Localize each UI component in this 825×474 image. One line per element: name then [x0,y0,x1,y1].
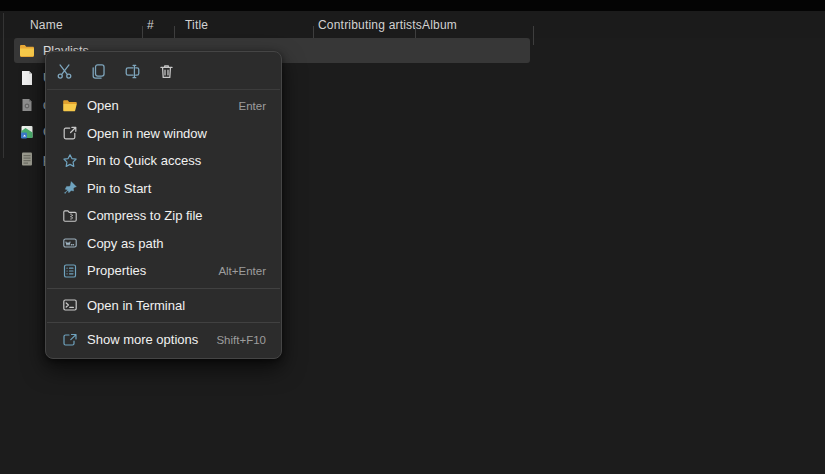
menu-item-show-more-options[interactable]: Show more options Shift+F10 [49,326,278,354]
system-file-icon [19,97,35,113]
menu-item-label: Pin to Start [87,181,266,196]
menu-item-label: Pin to Quick access [87,153,266,168]
rename-button[interactable] [118,57,146,85]
menu-item-label: Show more options [87,332,216,347]
column-header-name[interactable]: Name [30,18,63,32]
menu-item-shortcut: Shift+F10 [216,334,266,346]
column-divider[interactable] [533,26,534,45]
delete-button[interactable] [152,57,180,85]
terminal-icon [62,297,78,313]
menu-item-copy-as-path[interactable]: Copy as path [49,230,278,258]
copy-icon [90,63,107,80]
menu-item-label: Copy as path [87,236,266,251]
menu-item-label: Compress to Zip file [87,208,266,223]
menu-item-open[interactable]: Open Enter [49,92,278,120]
menu-item-properties[interactable]: Properties Alt+Enter [49,257,278,285]
properties-icon [62,263,78,279]
delete-icon [158,63,175,80]
menu-item-open-in-new-window[interactable]: Open in new window [49,120,278,148]
menu-item-label: Open [87,98,239,113]
open-folder-icon [62,98,78,114]
copy-path-icon [62,235,78,251]
window-top-strip [0,0,825,11]
menu-item-label: Open in new window [87,126,266,141]
context-menu: Open Enter Open in new window Pin to Qui… [45,51,282,359]
pane-divider [3,13,4,158]
column-header-row: Name # Title Contributing artists Album [0,11,825,38]
menu-item-pin-to-quick-access[interactable]: Pin to Quick access [49,147,278,175]
column-header-contributing-artists[interactable]: Contributing artists [318,18,422,32]
document-icon [19,70,35,86]
zip-folder-icon [62,208,78,224]
menu-separator [47,322,280,323]
column-header-title[interactable]: Title [185,18,208,32]
menu-item-pin-to-start[interactable]: Pin to Start [49,175,278,203]
menu-separator [47,89,280,90]
menu-item-open-in-terminal[interactable]: Open in Terminal [49,292,278,320]
cut-icon [56,63,73,80]
menu-separator [47,288,280,289]
menu-item-shortcut: Alt+Enter [218,265,266,277]
menu-item-compress-to-zip[interactable]: Compress to Zip file [49,202,278,230]
pushpin-icon [62,180,78,196]
new-window-icon [62,125,78,141]
menu-item-shortcut: Enter [239,100,267,112]
quick-actions-bar [46,54,281,88]
image-file-icon [19,124,35,140]
rename-icon [124,63,141,80]
grey-file-icon [19,151,35,167]
cut-button[interactable] [50,57,78,85]
star-icon [62,153,78,169]
column-header-album[interactable]: Album [422,18,457,32]
copy-button[interactable] [84,57,112,85]
show-more-icon [62,332,78,348]
folder-icon [19,43,35,59]
menu-item-label: Open in Terminal [87,298,266,313]
column-header-number[interactable]: # [147,18,154,32]
menu-item-label: Properties [87,263,218,278]
